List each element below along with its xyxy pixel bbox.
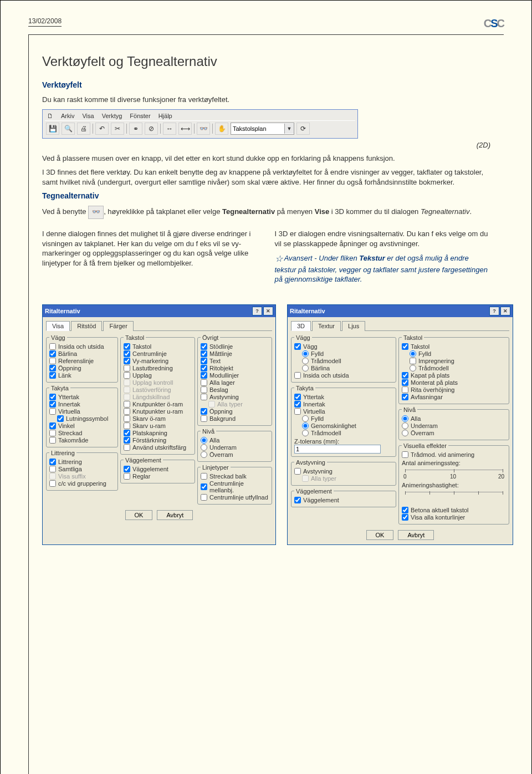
option-item[interactable]: Platskapning — [124, 430, 192, 436]
help-button[interactable]: ? — [489, 307, 499, 315]
option-item[interactable]: Vinkel — [49, 422, 115, 429]
checkbox-input[interactable] — [49, 480, 56, 487]
option-item[interactable]: Virtuella — [49, 408, 115, 415]
glasses-icon[interactable]: 👓 — [197, 123, 210, 135]
tab-ritstod[interactable]: Ritstöd — [71, 321, 102, 331]
menu-item[interactable]: Visa — [82, 113, 94, 119]
ok-button[interactable]: OK — [125, 510, 153, 520]
checkbox-input[interactable] — [402, 514, 408, 521]
menu-item[interactable]: Arkiv — [61, 113, 74, 119]
tab-ljus[interactable]: Ljus — [342, 321, 365, 331]
checkbox-input[interactable] — [49, 459, 56, 465]
option-item[interactable]: Innertak — [49, 401, 115, 408]
checkbox-input[interactable] — [294, 401, 301, 408]
checkbox-input[interactable] — [402, 379, 408, 386]
option-item[interactable]: Överram — [402, 430, 506, 436]
checkbox-input[interactable] — [49, 365, 56, 371]
option-item[interactable]: Trådmodell — [302, 430, 393, 436]
option-item[interactable]: Kapat på plats — [402, 372, 506, 379]
option-item[interactable]: Alla — [402, 415, 506, 422]
option-item[interactable]: Avstyvning — [201, 394, 269, 400]
option-item[interactable]: Bärlina — [49, 350, 115, 357]
option-item[interactable]: c/c vid gruppering — [49, 480, 115, 487]
checkbox-input[interactable] — [124, 422, 130, 429]
option-item[interactable]: Takområde — [49, 437, 115, 444]
tab-textur[interactable]: Textur — [312, 321, 341, 331]
checkbox-input[interactable] — [402, 507, 408, 513]
option-item[interactable]: Referenslinje — [49, 358, 115, 364]
save-icon[interactable]: 💾 — [46, 123, 59, 135]
option-item[interactable]: Trådmod. vid animering — [402, 451, 506, 458]
checkbox-input[interactable] — [201, 365, 207, 371]
option-item[interactable]: Fylld — [302, 350, 393, 357]
checkbox-input[interactable] — [294, 394, 301, 400]
checkbox-input[interactable] — [294, 497, 301, 503]
option-item[interactable]: Yttertak — [49, 394, 115, 400]
option-item[interactable]: Skarv ö-ram — [124, 415, 192, 422]
checkbox-input[interactable] — [294, 343, 301, 350]
option-item[interactable]: Underram — [201, 444, 269, 451]
option-item[interactable]: Text — [201, 358, 269, 364]
menu-item[interactable]: Hjälp — [158, 113, 172, 119]
cancel-button[interactable]: Avbryt — [398, 530, 434, 540]
chevron-down-icon[interactable]: ▼ — [284, 124, 294, 134]
option-item[interactable]: Trådmodell — [302, 358, 393, 364]
checkbox-input[interactable] — [57, 415, 64, 422]
option-item[interactable]: Använd utskriftsfärg — [124, 444, 192, 451]
search-icon[interactable]: 🔍 — [62, 123, 75, 135]
option-item[interactable]: Avstyvning — [294, 468, 393, 475]
option-item[interactable]: Upplag — [124, 372, 192, 379]
option-item[interactable]: Modullinjer — [201, 372, 269, 379]
radio-input[interactable] — [410, 365, 416, 371]
checkbox-input[interactable] — [201, 408, 207, 415]
option-item[interactable]: Skarv u-ram — [124, 422, 192, 429]
option-item[interactable]: Streckad balk — [201, 473, 269, 480]
checkbox-input[interactable] — [49, 343, 56, 350]
checkbox-input[interactable] — [124, 350, 130, 357]
checkbox-input[interactable] — [201, 494, 207, 501]
option-item[interactable]: Takstol — [402, 343, 506, 350]
refresh-icon[interactable]: ⟳ — [296, 123, 310, 135]
checkbox-input[interactable] — [410, 358, 416, 364]
tab-3d[interactable]: 3D — [291, 321, 311, 331]
unlink-icon[interactable]: ⊘ — [145, 123, 158, 135]
checkbox-input[interactable] — [49, 394, 56, 400]
radio-input[interactable] — [302, 358, 309, 364]
option-item[interactable]: Insida och utsida — [49, 343, 115, 350]
radio-input[interactable] — [201, 451, 207, 458]
option-item[interactable]: Överram — [201, 451, 269, 458]
option-item[interactable]: Stödlinje — [201, 343, 269, 350]
radio-input[interactable] — [402, 430, 408, 436]
checkbox-input[interactable] — [49, 372, 56, 379]
option-item[interactable]: Impregnering — [410, 358, 506, 364]
checkbox-input[interactable] — [201, 358, 207, 364]
option-item[interactable]: Väggelement — [294, 497, 393, 503]
checkbox-input[interactable] — [201, 372, 207, 379]
checkbox-input[interactable] — [201, 343, 207, 350]
checkbox-input[interactable] — [124, 358, 130, 364]
radio-input[interactable] — [410, 350, 416, 357]
checkbox-input[interactable] — [402, 394, 408, 400]
checkbox-input[interactable] — [124, 430, 130, 436]
checkbox-input[interactable] — [124, 365, 130, 371]
checkbox-input[interactable] — [49, 350, 56, 357]
option-item[interactable]: Knutpunkter ö-ram — [124, 401, 192, 408]
dim-icon[interactable]: ↔ — [163, 123, 176, 135]
option-item[interactable]: Fylld — [302, 415, 393, 422]
view-select-value[interactable] — [231, 124, 284, 134]
option-item[interactable]: Vy-markering — [124, 358, 192, 364]
option-item[interactable]: Virtuella — [294, 408, 393, 415]
option-item[interactable]: Lastutbredning — [124, 365, 192, 371]
option-item[interactable]: Samtliga — [49, 466, 115, 472]
option-item[interactable]: Väggelement — [124, 466, 192, 472]
option-item[interactable]: Beslag — [201, 386, 269, 393]
checkbox-input[interactable] — [294, 372, 301, 379]
checkbox-input[interactable] — [124, 343, 130, 350]
option-item[interactable]: Öppning — [201, 408, 269, 415]
radio-input[interactable] — [302, 430, 309, 436]
option-item[interactable]: Måttlinje — [201, 350, 269, 357]
checkbox-input[interactable] — [49, 430, 56, 436]
z-tolerans-input[interactable] — [294, 445, 381, 454]
option-item[interactable]: Littrering — [49, 459, 115, 465]
ok-button[interactable]: OK — [366, 530, 394, 540]
